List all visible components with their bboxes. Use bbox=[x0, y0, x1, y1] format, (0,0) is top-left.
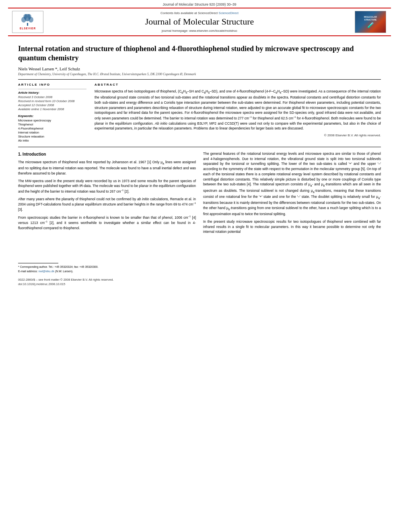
email-link[interactable]: nwl@kiku.dk bbox=[39, 270, 54, 273]
keyword-1: Microwave spectroscopy bbox=[18, 119, 86, 122]
history-box: Article history: Received 3 October 2008… bbox=[18, 89, 86, 111]
article-info-col: ARTICLE INFO Article history: Received 3… bbox=[18, 83, 86, 143]
intro-para-1: The microwave spectrum of thiophenol was… bbox=[18, 160, 196, 176]
right-para-1: The general features of the rotational t… bbox=[203, 151, 381, 217]
accepted-date: Accepted 12 October 2008 bbox=[18, 103, 86, 107]
doi-line: doi:10.1016/j.molstruc.2008.10.015 bbox=[18, 282, 196, 286]
online-date: Available online 1 November 2008 bbox=[18, 107, 86, 111]
keyword-5: Structure relaxation bbox=[18, 135, 86, 138]
authors-line: Niels Wessel Larsen *, Leif Schulz bbox=[18, 66, 381, 71]
revised-date: Received in revised form 10 October 2008 bbox=[18, 99, 86, 103]
sciencedirect-line: Contents lists available at ScienceDirec… bbox=[44, 11, 355, 15]
received-date: Received 3 October 2008 bbox=[18, 95, 86, 99]
abstract-header: ABSTRACT bbox=[95, 83, 381, 86]
article-title: Internal rotation and structure of thiop… bbox=[18, 44, 381, 63]
journal-title-center: Contents lists available at ScienceDirec… bbox=[44, 11, 355, 32]
article-info-header: ARTICLE INFO bbox=[18, 83, 86, 86]
issn-line: 0022-2860/$ – see front matter © 2008 El… bbox=[18, 277, 196, 282]
footnote-divider bbox=[18, 263, 58, 263]
body-content: 1. Introduction The microwave spectrum o… bbox=[18, 151, 381, 287]
footnote-email: E-mail address: nwl@kiku.dk (N.W. Larsen… bbox=[18, 269, 196, 273]
elsevier-tree-icon bbox=[20, 14, 36, 26]
author-names: Niels Wessel Larsen *, Leif Schulz bbox=[18, 66, 80, 71]
abstract-col: ABSTRACT Microwave spectra of two isotop… bbox=[95, 83, 381, 143]
keyword-3: 4-Fluorothiophenol bbox=[18, 127, 86, 130]
footnotes-section: * Corresponding author. Tel.: +45 353203… bbox=[18, 263, 196, 274]
svg-rect-0 bbox=[27, 23, 28, 26]
keywords-section: Keywords: Microwave spectroscopy Thiophe… bbox=[18, 114, 86, 142]
elsevier-logo: ELSEVIER bbox=[12, 11, 44, 33]
introduction-heading: 1. Introduction bbox=[18, 151, 196, 157]
section-divider bbox=[18, 147, 381, 147]
contents-label: Contents lists available at ScienceDirec… bbox=[160, 11, 218, 15]
citation-text: Journal of Molecular Structure 920 (2009… bbox=[163, 2, 237, 6]
keywords-label: Keywords: bbox=[18, 114, 86, 118]
article-info-abstract: ARTICLE INFO Article history: Received 3… bbox=[18, 83, 381, 143]
elsevier-text: ELSEVIER bbox=[20, 27, 36, 30]
sciencedirect-link[interactable]: ScienceDirect bbox=[219, 11, 239, 15]
journal-main-title: Journal of Molecular Structure bbox=[44, 16, 355, 27]
header-divider bbox=[18, 79, 381, 80]
history-label: Article history: bbox=[18, 91, 86, 94]
intro-para-3: After many years where the planarity of … bbox=[18, 197, 196, 212]
svg-point-5 bbox=[27, 14, 31, 19]
intro-para-2: The MW-spectra used in the present study… bbox=[18, 179, 196, 194]
copyright: © 2008 Elsevier B.V. All rights reserved… bbox=[95, 134, 381, 137]
journal-citation: Journal of Molecular Structure 920 (2009… bbox=[0, 0, 399, 8]
right-body-col: The general features of the rotational t… bbox=[203, 151, 381, 287]
mol-structure-icon: 🧪 bbox=[367, 22, 374, 28]
journal-header: ELSEVIER Contents lists available at Sci… bbox=[8, 8, 391, 36]
keyword-4: Internal rotation bbox=[18, 131, 86, 134]
mol-logo-box: MOLECULARSTRUCTURE 🧪 bbox=[355, 11, 386, 33]
svg-point-4 bbox=[23, 14, 27, 19]
page: Journal of Molecular Structure 920 (2009… bbox=[0, 0, 399, 532]
right-para-2: In the present study microwave spectrosc… bbox=[203, 219, 381, 234]
keyword-6: Ab initio bbox=[18, 139, 86, 142]
journal-homepage: journal homepage: www.elsevier.com/locat… bbox=[44, 29, 355, 33]
bottom-bar: 0022-2860/$ – see front matter © 2008 El… bbox=[18, 277, 196, 287]
intro-para-4: From spectroscopic studies the barrier i… bbox=[18, 215, 196, 231]
footnote-corresponding: * Corresponding author. Tel.: +45 353203… bbox=[18, 265, 196, 269]
keyword-2: Thiophenol bbox=[18, 123, 86, 126]
affiliation: Department of Chemistry, University of C… bbox=[18, 72, 381, 76]
main-content: Internal rotation and structure of thiop… bbox=[0, 36, 399, 291]
mol-structure-logo: MOLECULARSTRUCTURE 🧪 bbox=[355, 11, 387, 33]
mol-structure-label: MOLECULARSTRUCTURE bbox=[364, 16, 377, 21]
abstract-text: Microwave spectra of two isotopologues o… bbox=[95, 89, 381, 131]
left-body-col: 1. Introduction The microwave spectrum o… bbox=[18, 151, 196, 287]
